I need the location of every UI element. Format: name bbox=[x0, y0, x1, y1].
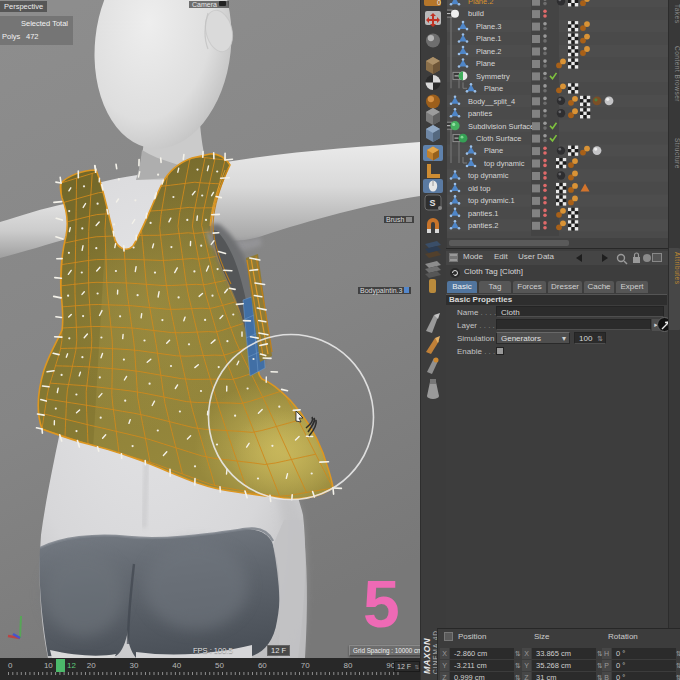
svg-text:Subdivision Surface: Subdivision Surface bbox=[468, 122, 534, 131]
svg-text:12: 12 bbox=[67, 661, 76, 670]
svg-text:0: 0 bbox=[8, 661, 13, 670]
svg-text:top dynamic.1: top dynamic.1 bbox=[468, 196, 515, 205]
svg-text:Plane.2: Plane.2 bbox=[468, 0, 493, 6]
svg-text:70: 70 bbox=[301, 661, 310, 670]
svg-text:Plane.2: Plane.2 bbox=[476, 47, 501, 56]
svg-text:80: 80 bbox=[343, 661, 352, 670]
svg-text:Plane: Plane bbox=[476, 59, 495, 68]
svg-text:0: 0 bbox=[437, 0, 441, 6]
svg-text:Body__split_4: Body__split_4 bbox=[468, 97, 515, 106]
svg-text:Plane.1: Plane.1 bbox=[476, 34, 501, 43]
svg-text:top dynamic: top dynamic bbox=[468, 171, 509, 180]
svg-text:50: 50 bbox=[215, 661, 224, 670]
svg-text:panties.2: panties.2 bbox=[468, 221, 498, 230]
svg-text:Plane.3: Plane.3 bbox=[476, 22, 501, 31]
svg-text:40: 40 bbox=[172, 661, 181, 670]
svg-text:60: 60 bbox=[258, 661, 267, 670]
svg-text:S: S bbox=[430, 198, 436, 208]
svg-text:20: 20 bbox=[87, 661, 96, 670]
svg-text:Symmetry: Symmetry bbox=[476, 72, 510, 81]
svg-text:panties.1: panties.1 bbox=[468, 209, 498, 218]
svg-text:Plane: Plane bbox=[484, 146, 503, 155]
svg-text:Plane: Plane bbox=[484, 84, 503, 93]
svg-text:top dynamic: top dynamic bbox=[484, 159, 525, 168]
svg-text:30: 30 bbox=[129, 661, 138, 670]
svg-text:panties: panties bbox=[468, 109, 492, 118]
svg-text:Cloth Surface: Cloth Surface bbox=[476, 134, 521, 143]
svg-text:10: 10 bbox=[44, 661, 53, 670]
svg-text:old top: old top bbox=[468, 184, 491, 193]
svg-text:build: build bbox=[468, 9, 484, 18]
